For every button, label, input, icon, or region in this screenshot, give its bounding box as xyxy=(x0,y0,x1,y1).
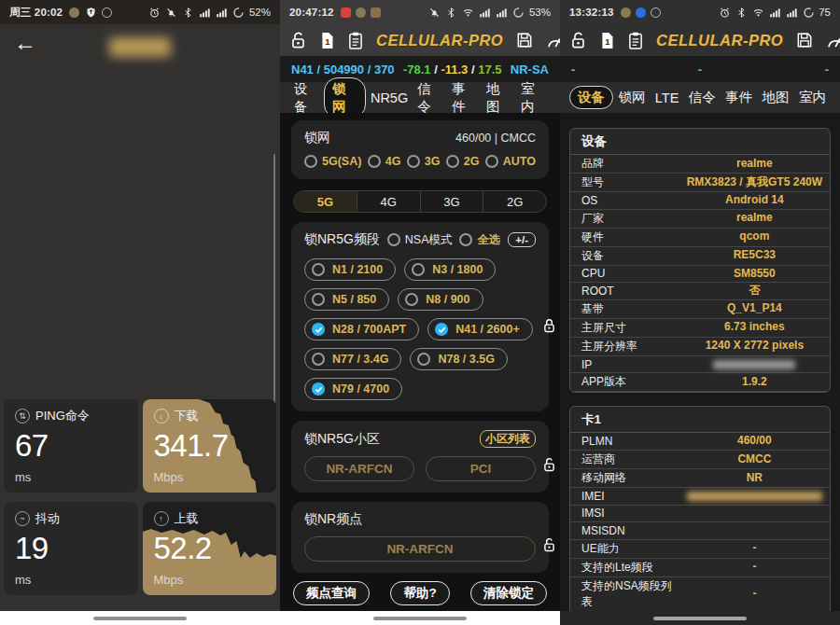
network-type-radio[interactable]: 4G xyxy=(368,155,401,168)
app-badge-icon xyxy=(371,7,381,18)
tab[interactable]: NR5G xyxy=(366,88,413,108)
action-button[interactable]: 清除锁定 xyxy=(470,581,547,605)
nr-arfcn-input[interactable]: NR-ARFCN xyxy=(304,536,536,562)
action-button[interactable]: 频点查询 xyxy=(293,581,370,605)
plus-minus-button[interactable]: +/- xyxy=(508,232,536,247)
clipboard-icon[interactable] xyxy=(347,31,364,50)
tab[interactable]: 地图 xyxy=(482,77,516,118)
rat-segment[interactable]: 4G xyxy=(357,191,420,212)
band-pill[interactable]: N77 / 3.4G xyxy=(304,348,401,370)
sim-1-icon[interactable]: 1 xyxy=(319,31,335,50)
card-title: 锁NR5G小区 xyxy=(304,431,380,448)
rsrq-value: -11.3 xyxy=(441,62,468,76)
rat-segment[interactable]: 2G xyxy=(483,191,546,212)
gesture-pill[interactable] xyxy=(93,617,187,620)
three-phone-screenshots: 周三 20:02 52% ← ⇅ PING xyxy=(0,0,840,625)
table-row: PLMN 460/00 xyxy=(570,433,830,451)
separator: / xyxy=(431,62,441,76)
radio-icon xyxy=(304,155,317,168)
app-toolbar: 1 CELLULAR-PRO ⚙ xyxy=(560,24,840,56)
band-pill[interactable]: N79 / 4700 xyxy=(304,378,402,400)
band-pill[interactable]: N41 / 2600+ xyxy=(427,318,532,340)
gauge-icon[interactable] xyxy=(826,32,840,49)
tab[interactable]: 锁网 xyxy=(613,86,650,109)
row-value: 460/00 xyxy=(679,433,830,450)
radio-icon xyxy=(405,293,418,306)
band-pill[interactable]: N3 / 1800 xyxy=(404,258,496,281)
save-icon[interactable] xyxy=(795,31,814,49)
metric-unit: ms xyxy=(15,470,127,484)
cell-info: N41 / 504990 / 370 xyxy=(291,62,395,76)
radio-icon xyxy=(387,233,400,246)
row-value: - xyxy=(679,586,830,603)
row-value: qcom xyxy=(679,229,830,245)
card-title: 锁网 xyxy=(304,130,330,146)
option-label: 4G xyxy=(385,155,401,168)
gesture-pill[interactable] xyxy=(653,617,747,620)
bottom-action-buttons: 频点查询 帮助? 清除锁定 xyxy=(291,581,549,605)
gesture-pill[interactable] xyxy=(373,617,467,620)
tab[interactable]: LTE xyxy=(651,88,684,108)
cell-list-button[interactable]: 小区列表 xyxy=(480,430,536,448)
nsa-mode-radio[interactable]: NSA模式 xyxy=(387,232,453,248)
rat-segment[interactable]: 5G xyxy=(294,191,357,212)
network-type-options: 5G(SA) 4G 3G xyxy=(304,155,536,168)
app-toolbar: 1 CELLULAR-PRO ⚙ xyxy=(280,24,560,56)
network-type-radio[interactable]: 3G xyxy=(407,155,441,168)
open-lock-icon[interactable] xyxy=(569,31,587,50)
lock-open-icon[interactable] xyxy=(541,456,557,478)
band-pill[interactable]: N28 / 700APT xyxy=(304,318,419,340)
sim-1-icon[interactable]: 1 xyxy=(599,31,615,50)
tab[interactable]: 地图 xyxy=(758,86,794,109)
radio-icon xyxy=(368,155,381,168)
app-badge-icon xyxy=(102,7,112,18)
row-label: 运营商 xyxy=(570,451,679,468)
table-title: 设备 xyxy=(570,129,830,155)
tab[interactable]: 室内 xyxy=(516,77,551,118)
rat-segment[interactable]: 3G xyxy=(420,191,483,212)
tab[interactable]: 信令 xyxy=(684,86,721,109)
tab[interactable]: 事件 xyxy=(447,77,482,118)
pci-input[interactable]: PCI xyxy=(426,456,536,481)
tab[interactable]: 信令 xyxy=(413,77,447,118)
network-mode: NR-SA xyxy=(511,62,549,76)
save-icon[interactable] xyxy=(515,31,534,49)
jitter-icon: ~ xyxy=(15,511,30,526)
row-value: CMCC xyxy=(679,451,830,468)
open-lock-icon[interactable] xyxy=(289,31,307,50)
tab[interactable]: 锁网 xyxy=(324,77,366,118)
row-value: 6.73 inches xyxy=(679,319,830,336)
gesture-nav-bar xyxy=(560,611,840,625)
network-type-radio[interactable]: 5G(SA) xyxy=(304,155,361,168)
select-all-radio[interactable]: 全选 xyxy=(459,232,500,248)
clipboard-icon[interactable] xyxy=(627,31,644,50)
lock-closed-icon[interactable] xyxy=(541,317,557,339)
network-type-radio[interactable]: AUTO xyxy=(485,155,536,168)
bluetooth-icon xyxy=(445,6,458,19)
back-arrow-icon[interactable]: ← xyxy=(14,32,36,54)
signal-bars-icon xyxy=(216,6,229,19)
row-value: - xyxy=(679,540,830,557)
tab[interactable]: 设备 xyxy=(569,86,613,109)
band-pill[interactable]: N1 / 2100 xyxy=(304,258,396,281)
option-label: 全选 xyxy=(477,232,500,248)
network-type-radio[interactable]: 2G xyxy=(446,155,480,168)
band-pill-list: N1 / 2100 N3 / 1800 N5 / 850 xyxy=(304,258,536,400)
band-pill[interactable]: N8 / 900 xyxy=(398,288,483,311)
tab[interactable]: 事件 xyxy=(721,86,757,109)
band-pill[interactable]: N5 / 850 xyxy=(304,288,389,311)
ping-icon: ⇅ xyxy=(15,409,30,424)
radio-icon xyxy=(412,263,425,276)
gauge-icon[interactable] xyxy=(546,32,560,49)
option-label: 5G(SA) xyxy=(322,155,361,168)
nr-arfcn-input[interactable]: NR-ARFCN xyxy=(304,456,414,481)
tab[interactable]: 室内 xyxy=(794,86,831,109)
band-pill[interactable]: N78 / 3.5G xyxy=(410,348,507,370)
lock-open-icon[interactable] xyxy=(541,536,557,558)
tab[interactable]: 设备 xyxy=(289,77,324,118)
action-button[interactable]: 帮助? xyxy=(390,581,449,605)
table-row: 运营商 CMCC xyxy=(570,451,830,469)
table-row: 基带 Q_V1_P14 xyxy=(570,300,830,319)
row-label: CPU xyxy=(570,266,679,281)
metric-unit: Mbps xyxy=(154,573,266,587)
